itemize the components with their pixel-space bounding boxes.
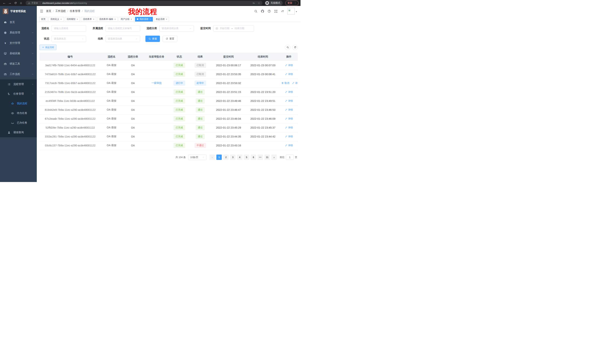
page-button-4[interactable]: 4 [237, 154, 242, 160]
close-icon[interactable]: × [114, 18, 116, 20]
tab-5[interactable]: 用户分组× [119, 17, 134, 21]
logo-rabbit-icon [3, 9, 8, 14]
user-avatar[interactable] [288, 8, 298, 15]
detail-action[interactable]: 详情 [285, 99, 293, 103]
sidebar-item-6[interactable]: 流程管理 [0, 79, 37, 89]
detail-action[interactable]: 详情 [285, 126, 293, 129]
sidebar-item-9[interactable]: 待办任务 [0, 108, 37, 118]
start-date-placeholder: 开始日期 [220, 27, 229, 30]
tab-4[interactable]: 流程表单-编辑× [97, 17, 118, 21]
tab-3[interactable]: 流程表单× [81, 17, 96, 21]
table-row: 819442e8-7b9a-11ec-a290-acde48001122OA 请… [40, 105, 298, 114]
sidebar-item-7[interactable]: 任务管理 [0, 89, 37, 99]
create-process-button[interactable]: 发起流程 [40, 45, 56, 50]
app-logo[interactable]: 芋道管理系统 [0, 6, 37, 17]
reload-button[interactable] [13, 0, 18, 5]
detail-action[interactable]: 详情 [285, 117, 293, 120]
sidebar-item-8[interactable]: 我的流程 [0, 99, 37, 108]
result-cell: 通过 [189, 96, 211, 105]
home-button[interactable]: ⌂ [19, 0, 23, 5]
more-pages-button[interactable]: ••• [258, 154, 263, 160]
chevron-down-icon [31, 83, 34, 85]
back-button[interactable]: ← [2, 0, 7, 5]
jump-page-input[interactable] [286, 154, 294, 160]
page-button-6[interactable]: 6 [251, 154, 256, 160]
close-icon[interactable]: × [150, 18, 151, 20]
toggle-search-button[interactable] [285, 45, 290, 50]
detail-action[interactable]: 详情 [285, 144, 293, 147]
process-name-label: 流程名 [40, 27, 49, 30]
process-category-select[interactable]: 请选择流程分类 [159, 25, 194, 31]
sidebar-item-label: 系统管理 [10, 31, 31, 34]
font-size-icon[interactable] [281, 10, 284, 13]
close-icon[interactable]: × [60, 18, 62, 20]
address-bar[interactable]: 不安全 dashboard.yudao.iocoder.cn/bpm/task/… [26, 1, 262, 5]
kebab-menu-icon[interactable]: ⋮ [294, 2, 296, 4]
page-button-1[interactable]: 1 [216, 154, 222, 160]
page-button-5[interactable]: 5 [244, 154, 249, 160]
tab-2[interactable]: 流程模型× [65, 17, 80, 21]
warning-icon [28, 2, 30, 4]
tab-1[interactable]: 流程定义× [49, 17, 64, 21]
reset-button[interactable]: 重置 [163, 36, 177, 42]
process-name-input[interactable]: 请输入流程名 [52, 25, 86, 31]
sidebar-item-4[interactable]: 研发工具 [0, 59, 37, 69]
detail-action[interactable]: 详情 [292, 81, 298, 85]
breadcrumb-item[interactable]: 任务管理 [70, 10, 80, 13]
status-cell: 已完成 [170, 114, 189, 123]
github-icon[interactable] [261, 10, 264, 13]
password-key-icon[interactable] [252, 2, 255, 4]
detail-action[interactable]: 详情 [285, 135, 293, 138]
detail-action[interactable]: 详情 [285, 90, 293, 94]
detail-action[interactable]: 详情 [285, 64, 293, 67]
status-label: 状态 [40, 37, 49, 40]
robot-icon [11, 102, 14, 105]
process-id: 52ffd28e-7b9a-11ec-a290-acde48001122 [40, 123, 101, 132]
page-button-11[interactable]: 11 [264, 154, 270, 160]
update-label: 更新 [288, 1, 292, 5]
page-button-3[interactable]: 3 [230, 154, 235, 160]
tab-7[interactable]: 发起流程× [154, 17, 169, 21]
prev-page-button[interactable]: ‹ [210, 154, 215, 160]
sidebar-item-1[interactable]: 系统管理 [0, 28, 37, 38]
page-size-select[interactable]: 10条/页 [188, 154, 207, 160]
result-select[interactable]: 请选择流结果 [105, 36, 140, 42]
security-status[interactable]: 不安全 [28, 1, 38, 5]
cancel-action[interactable]: 取消 [281, 81, 289, 85]
sidebar-item-2[interactable]: 支付管理 [0, 38, 37, 48]
detail-action[interactable]: 详情 [285, 108, 293, 112]
sidebar-item-3[interactable]: 基础设施 [0, 48, 37, 59]
breadcrumb-separator: / [53, 10, 54, 13]
page-button-2[interactable]: 2 [223, 154, 229, 160]
search-button[interactable]: 搜索 [145, 36, 160, 42]
submit-time: 2022-01-22 23:46:47 [211, 105, 246, 114]
help-icon[interactable] [267, 10, 271, 13]
sidebar-item-0[interactable]: 首页 [0, 17, 37, 28]
process-name: OA 请假 [101, 70, 122, 79]
refresh-table-button[interactable] [292, 45, 298, 50]
next-page-button[interactable]: › [271, 154, 277, 160]
tab-0[interactable]: 首页 [39, 17, 47, 21]
breadcrumb-item[interactable]: 首页 [46, 10, 51, 13]
sidebar-item-10[interactable]: 已办任务 [0, 118, 37, 128]
forward-button[interactable]: → [7, 0, 12, 5]
breadcrumb-item[interactable]: 工作流程 [55, 10, 66, 13]
detail-action[interactable]: 详情 [285, 73, 293, 76]
sidebar-item-label: 工作流程 [10, 73, 31, 76]
submit-time-range-picker[interactable]: 开始日期 - 结束日期 [213, 25, 254, 31]
close-icon[interactable]: × [77, 18, 78, 20]
search-icon[interactable] [254, 10, 258, 13]
sidebar-item-5[interactable]: 工作流程 [0, 69, 37, 79]
sidebar-item-11[interactable]: 请假查询 [0, 128, 37, 137]
close-icon[interactable]: × [166, 18, 167, 20]
chrome-update-button[interactable]: 更新 ⋮ [285, 0, 299, 6]
close-icon[interactable]: × [93, 18, 94, 20]
current-task-link[interactable]: 一级审批 [151, 81, 162, 84]
tab-6[interactable]: 我的流程× [135, 17, 153, 21]
status-select[interactable]: 请选择状态 [52, 36, 86, 42]
menu-fold-icon[interactable] [40, 9, 43, 13]
close-icon[interactable]: × [130, 18, 132, 20]
process-definition-input[interactable]: 请输入流程定义的编号 [105, 25, 140, 31]
bookmark-star-icon[interactable]: ☆ [258, 2, 260, 4]
fullscreen-icon[interactable] [274, 10, 278, 13]
